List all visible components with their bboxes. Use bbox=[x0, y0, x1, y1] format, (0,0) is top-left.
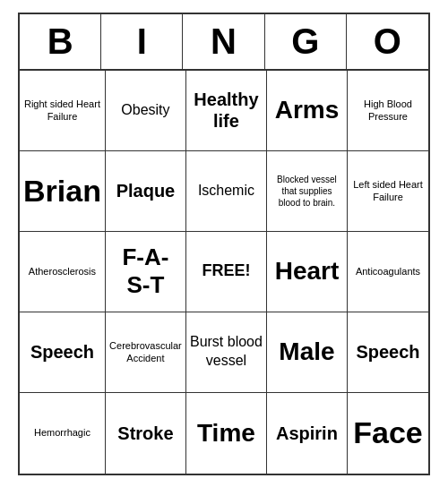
bingo-cell-18: Male bbox=[267, 312, 348, 393]
bingo-cell-15: Speech bbox=[20, 312, 106, 393]
bingo-cell-9: Left sided Heart Failure bbox=[348, 151, 428, 232]
bingo-cell-11: F-A-S-T bbox=[106, 232, 186, 312]
header-b: B bbox=[20, 14, 101, 69]
bingo-cell-17: Burst blood vessel bbox=[186, 312, 267, 393]
bingo-cell-16: Cerebrovascular Accident bbox=[106, 312, 186, 393]
header-o: O bbox=[347, 14, 428, 69]
bingo-cell-24: Face bbox=[348, 393, 428, 474]
bingo-cell-12: FREE! bbox=[186, 232, 267, 312]
bingo-cell-7: Ischemic bbox=[186, 151, 267, 232]
header-i: I bbox=[101, 14, 183, 69]
header-g: G bbox=[265, 14, 347, 69]
header-n: N bbox=[183, 14, 264, 69]
bingo-header: B I N G O bbox=[20, 14, 428, 71]
bingo-card: B I N G O Right sided Heart FailureObesi… bbox=[18, 13, 430, 475]
bingo-cell-3: Arms bbox=[267, 71, 348, 151]
bingo-cell-1: Obesity bbox=[106, 71, 186, 151]
bingo-cell-5: Brian bbox=[20, 151, 106, 232]
bingo-cell-21: Stroke bbox=[106, 393, 186, 474]
bingo-cell-19: Speech bbox=[348, 312, 428, 393]
bingo-cell-20: Hemorrhagic bbox=[20, 393, 106, 474]
bingo-cell-6: Plaque bbox=[106, 151, 186, 232]
bingo-cell-8: Blocked vessel that supplies blood to br… bbox=[267, 151, 348, 232]
bingo-cell-4: High Blood Pressure bbox=[348, 71, 428, 151]
bingo-cell-13: Heart bbox=[267, 232, 348, 312]
bingo-cell-10: Atherosclerosis bbox=[20, 232, 106, 312]
bingo-cell-2: Healthy life bbox=[186, 71, 267, 151]
bingo-cell-14: Anticoagulants bbox=[348, 232, 428, 312]
bingo-cell-22: Time bbox=[186, 393, 267, 474]
bingo-cell-0: Right sided Heart Failure bbox=[20, 71, 106, 151]
bingo-grid: Right sided Heart FailureObesityHealthy … bbox=[20, 71, 428, 474]
bingo-cell-23: Aspirin bbox=[267, 393, 348, 474]
